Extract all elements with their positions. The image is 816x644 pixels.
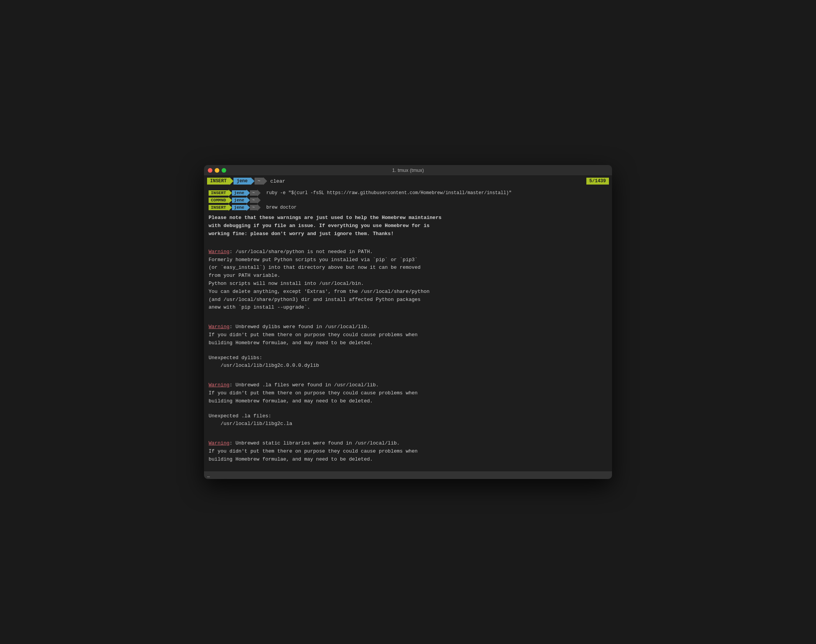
notice-line-2: with debugging if you file an issue. If … <box>209 222 607 230</box>
warning-2: Warning: Unbrewed dylibs were found in /… <box>209 323 607 370</box>
chevron-3a <box>228 204 232 211</box>
tilde-badge: ~ <box>255 178 263 185</box>
maximize-button[interactable] <box>222 168 226 173</box>
mode-badge-1: INSERT <box>209 190 228 196</box>
chevron-2a <box>228 197 232 204</box>
chevron-2c <box>257 197 261 204</box>
tilde-1: ~ <box>250 190 257 196</box>
notice-line-3: working fine: please don't worry and jus… <box>209 230 607 238</box>
warning-3: Warning: Unbrewed .la files were found i… <box>209 381 607 428</box>
pane-row-2: COMMND jene ~ <box>209 197 607 204</box>
warning-1-header: Warning: /usr/local/share/python is not … <box>209 248 607 256</box>
terminal-window: 1. tmux (tmux) INSERT jene ~ clear 5/143… <box>204 165 612 479</box>
close-button[interactable] <box>208 168 212 173</box>
warning-3-header-text: : Unbrewed .la files were found in /usr/… <box>230 382 379 388</box>
cursor-indicator: _ <box>207 472 210 478</box>
mode-badge: INSERT <box>207 178 230 185</box>
minimize-button[interactable] <box>215 168 219 173</box>
status-bar-left: INSERT jene ~ clear <box>207 177 285 185</box>
warning-label-4: Warning <box>209 440 230 446</box>
warning-4-body-1: If you didn't put them there on purpose … <box>209 448 607 456</box>
top-command: clear <box>270 178 285 184</box>
warning-1-body-1: Formerly homebrew put Python scripts you… <box>209 256 607 264</box>
warning-4: Warning: Unbrewed static libraries were … <box>209 440 607 463</box>
warning-4-header: Warning: Unbrewed static libraries were … <box>209 440 607 448</box>
chevron-2b <box>246 197 250 204</box>
warning-2-body-3: Unexpected dylibs: <box>209 354 607 362</box>
warning-1-body-7: anew with `pip install --upgrade`. <box>209 304 607 312</box>
warning-3-header: Warning: Unbrewed .la files were found i… <box>209 381 607 389</box>
chevron-1a <box>228 190 232 196</box>
mode-badge-2: COMMND <box>209 198 228 203</box>
warning-1-body-4: Python scripts will now install into /us… <box>209 280 607 288</box>
notice-block: Please note that these warnings are just… <box>209 214 607 238</box>
warning-2-header: Warning: Unbrewed dylibs were found in /… <box>209 323 607 331</box>
bottom-bar: _ <box>204 471 612 479</box>
pane-row-3: INSERT jene ~ brew doctor <box>209 204 607 211</box>
user-badge-1: jene <box>232 190 246 196</box>
tilde-3: ~ <box>250 205 257 210</box>
warning-1-header-text: : /usr/local/share/python is not needed … <box>230 249 373 255</box>
notice-line-1: Please note that these warnings are just… <box>209 214 607 222</box>
line-count: 5/1439 <box>586 178 609 185</box>
chevron-3b <box>246 204 250 211</box>
warning-3-body-3: Unexpected .la files: <box>209 412 607 420</box>
warning-3-body-1: If you didn't put them there on purpose … <box>209 389 607 397</box>
tilde-2: ~ <box>250 198 257 203</box>
window-title: 1. tmux (tmux) <box>392 167 424 173</box>
warning-1-body-2: (or `easy_install`) into that directory … <box>209 264 607 272</box>
warning-3-body-2: building Homebrew formulae, and may need… <box>209 397 607 405</box>
titlebar: 1. tmux (tmux) <box>204 165 612 176</box>
prompt-arrow-1 <box>262 190 265 196</box>
warning-label-2: Warning <box>209 324 230 330</box>
warning-4-header-text: : Unbrewed static libraries were found i… <box>230 440 400 446</box>
prompt-arrow-3 <box>262 205 265 210</box>
warning-3-body-4: /usr/local/lib/libg2c.la <box>209 420 607 428</box>
mode-chevron-icon <box>230 177 233 185</box>
tilde-chevron-icon <box>263 177 267 185</box>
warning-2-body-1: If you didn't put them there on purpose … <box>209 331 607 339</box>
cmd-line-1: ruby -e "$(curl -fsSL https://raw.github… <box>266 190 512 196</box>
mode-badge-3: INSERT <box>209 205 228 210</box>
warning-label-3: Warning <box>209 382 230 388</box>
warning-1-body-6: (and /usr/local/share/python3) dir and i… <box>209 296 607 304</box>
user-badge-3: jene <box>232 205 246 210</box>
chevron-3c <box>257 204 261 211</box>
chevron-1c <box>257 190 261 196</box>
warning-label-1: Warning <box>209 249 230 255</box>
warning-2-body-4: /usr/local/lib/libg2c.0.0.0.dylib <box>209 362 607 370</box>
warning-1: Warning: /usr/local/share/python is not … <box>209 248 607 312</box>
warning-1-body-5: You can delete anything, except 'Extras'… <box>209 288 607 296</box>
user-chevron-icon <box>251 177 255 185</box>
terminal-content: INSERT jene ~ ruby -e "$(curl -fsSL http… <box>204 186 612 471</box>
status-bar: INSERT jene ~ clear 5/1439 <box>204 176 612 186</box>
warning-2-header-text: : Unbrewed dylibs were found in /usr/loc… <box>230 324 370 330</box>
user-badge: jene <box>233 178 251 185</box>
warning-1-body-3: from your PATH variable. <box>209 272 607 280</box>
warning-2-body-2: building Homebrew formulae, and may need… <box>209 339 607 347</box>
pane-row-1: INSERT jene ~ ruby -e "$(curl -fsSL http… <box>209 190 607 196</box>
warning-4-body-2: building Homebrew formulae, and may need… <box>209 456 607 464</box>
chevron-1b <box>246 190 250 196</box>
traffic-lights <box>208 168 226 173</box>
cmd-line-3: brew doctor <box>266 205 297 210</box>
user-badge-2: jene <box>232 198 246 203</box>
